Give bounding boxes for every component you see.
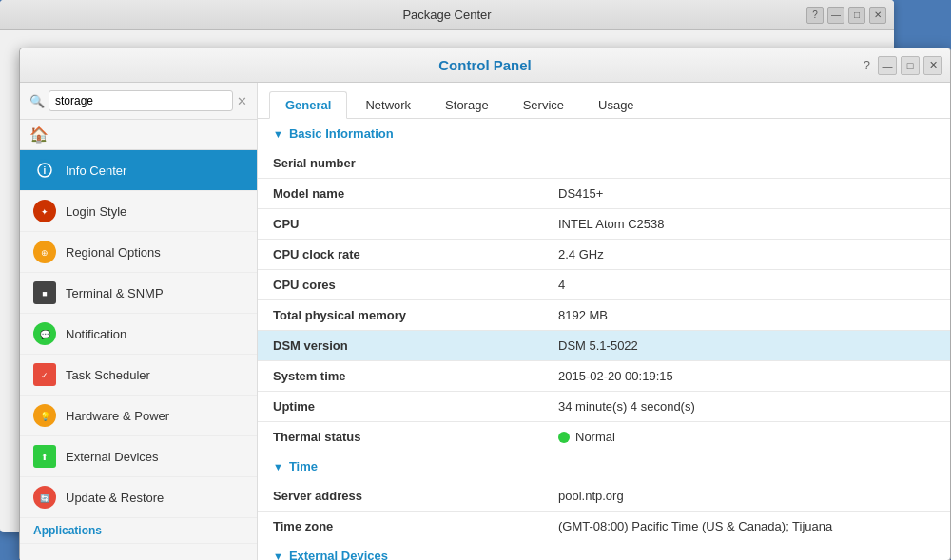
sidebar-item-info-center[interactable]: i Info Center [20, 150, 257, 191]
time-section-header[interactable]: ▼ Time [258, 452, 950, 481]
package-center-minimize-btn[interactable]: — [827, 7, 844, 24]
row-value: DSM 5.1-5022 [543, 331, 950, 361]
tab-network[interactable]: Network [349, 91, 427, 119]
sidebar-item-task-scheduler-label: Task Scheduler [66, 368, 150, 382]
external-devices-chevron: ▼ [273, 550, 283, 561]
sidebar-item-info-center-label: Info Center [66, 164, 126, 178]
sidebar-item-external-devices-label: External Devices [66, 450, 159, 464]
tab-storage[interactable]: Storage [429, 91, 505, 119]
table-row: Time zone (GMT-08:00) Pacific Time (US &… [258, 512, 950, 542]
table-row: System time 2015-02-20 00:19:15 [258, 361, 950, 392]
row-label: Model name [258, 179, 543, 209]
sidebar-item-login-style-label: Login Style [66, 204, 126, 219]
row-value: 34 minute(s) 4 second(s) [543, 392, 950, 422]
sidebar-item-notification-label: Notification [66, 327, 126, 341]
sidebar-item-regional-options[interactable]: ⊕ Regional Options [20, 232, 257, 273]
table-row: CPU clock rate 2.4 GHz [258, 240, 950, 270]
row-value: 4 [543, 270, 950, 300]
table-row: Server address pool.ntp.org [258, 481, 950, 512]
svg-text:⊕: ⊕ [41, 248, 49, 258]
sidebar-item-hardware-power[interactable]: 💡 Hardware & Power [20, 396, 257, 436]
cp-main-content: General Network Storage Service Usage ▼ … [258, 83, 950, 560]
row-value [543, 148, 950, 179]
sidebar-item-login-style[interactable]: ✦ Login Style [20, 191, 257, 232]
external-devices-section-title: External Devices [289, 549, 388, 560]
package-center-close-btn[interactable]: ✕ [869, 7, 886, 24]
content-area[interactable]: ▼ Basic Information Serial number Model … [258, 119, 950, 560]
info-center-icon: i [33, 159, 56, 182]
cp-close-btn[interactable]: ✕ [923, 56, 942, 75]
row-label: Server address [258, 481, 543, 512]
thermal-status-indicator [558, 432, 570, 443]
regional-options-icon: ⊕ [33, 241, 56, 263]
table-row: CPU INTEL Atom C2538 [258, 209, 950, 240]
table-row: Serial number [258, 148, 950, 179]
row-label: System time [258, 361, 543, 392]
table-row-thermal: Thermal status Normal [258, 422, 950, 453]
login-style-icon: ✦ [33, 200, 56, 222]
task-scheduler-icon: ✓ [33, 363, 56, 386]
row-label: Time zone [258, 512, 543, 542]
sidebar-item-update-restore-label: Update & Restore [66, 491, 164, 505]
table-row-dsm: DSM version DSM 5.1-5022 [258, 331, 950, 361]
table-row: CPU cores 4 [258, 270, 950, 300]
svg-text:🔄: 🔄 [40, 493, 49, 503]
row-label: Uptime [258, 392, 543, 422]
cp-maximize-btn[interactable]: □ [901, 56, 920, 75]
clear-search-icon[interactable]: ✕ [237, 94, 247, 108]
table-row: Model name DS415+ [258, 179, 950, 209]
sidebar-item-update-restore[interactable]: 🔄 Update & Restore [20, 477, 257, 518]
row-label: Total physical memory [258, 300, 543, 331]
row-label: DSM version [258, 331, 543, 361]
tab-service[interactable]: Service [507, 91, 580, 119]
row-value: INTEL Atom C2538 [543, 209, 950, 240]
basic-info-title: Basic Information [289, 126, 394, 141]
thermal-status: Normal [558, 430, 935, 444]
package-center-controls: ? — □ ✕ [806, 7, 886, 24]
svg-text:⬆: ⬆ [41, 453, 49, 462]
sidebar-item-external-devices[interactable]: ⬆ External Devices [20, 436, 257, 477]
row-label: CPU clock rate [258, 240, 543, 270]
svg-text:💬: 💬 [40, 329, 51, 340]
cp-help-icon[interactable]: ? [864, 58, 870, 72]
package-center-title: Package Center [402, 8, 491, 22]
sidebar-item-terminal-snmp[interactable]: ■ Terminal & SNMP [20, 273, 257, 314]
tabs-bar: General Network Storage Service Usage [258, 83, 950, 119]
sidebar-item-notification[interactable]: 💬 Notification [20, 314, 257, 355]
terminal-snmp-icon: ■ [33, 281, 56, 304]
basic-info-section-header[interactable]: ▼ Basic Information [258, 119, 950, 148]
sidebar-search-area: 🔍 ✕ [20, 83, 257, 120]
sidebar-applications-header: Applications [20, 518, 257, 544]
row-value: 2.4 GHz [543, 240, 950, 270]
table-row: Total physical memory 8192 MB [258, 300, 950, 331]
row-value: 8192 MB [543, 300, 950, 331]
control-panel-window: Control Panel ? — □ ✕ 🔍 ✕ 🏠 i [19, 48, 951, 560]
time-chevron: ▼ [273, 461, 283, 473]
hardware-power-icon: 💡 [33, 404, 56, 427]
sidebar-item-regional-options-label: Regional Options [66, 245, 161, 260]
package-center-help-btn[interactable]: ? [806, 7, 824, 24]
row-label: CPU cores [258, 270, 543, 300]
sidebar-item-task-scheduler[interactable]: ✓ Task Scheduler [20, 355, 257, 396]
basic-info-chevron: ▼ [273, 128, 283, 140]
external-devices-section-header[interactable]: ▼ External Devices [258, 541, 950, 560]
tab-general[interactable]: General [269, 91, 347, 119]
search-input[interactable] [49, 90, 233, 111]
table-row: Uptime 34 minute(s) 4 second(s) [258, 392, 950, 422]
cp-minimize-btn[interactable]: — [878, 56, 897, 75]
package-center-maximize-btn[interactable]: □ [848, 7, 865, 24]
svg-text:✓: ✓ [41, 371, 49, 380]
sidebar-items-list: i Info Center ✦ Login Style ⊕ Regiona [20, 150, 257, 560]
row-value: pool.ntp.org [543, 481, 950, 512]
tab-usage[interactable]: Usage [582, 91, 650, 119]
home-icon: 🏠 [29, 126, 49, 144]
thermal-status-text: Normal [575, 430, 615, 444]
sidebar-home-btn[interactable]: 🏠 [20, 120, 257, 150]
row-value: 2015-02-20 00:19:15 [543, 361, 950, 392]
basic-info-table: Serial number Model name DS415+ CPU INTE… [258, 148, 950, 452]
update-restore-icon: 🔄 [33, 486, 56, 509]
svg-text:i: i [44, 165, 47, 176]
package-center-titlebar: Package Center ? — □ ✕ [0, 0, 894, 30]
sidebar-item-terminal-snmp-label: Terminal & SNMP [66, 286, 164, 300]
cp-titlebar-controls: ? — □ ✕ [864, 56, 942, 75]
